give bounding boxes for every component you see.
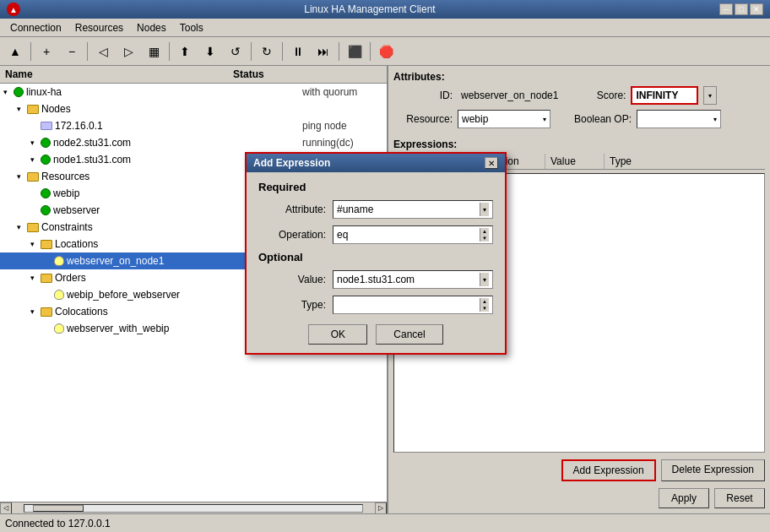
toolbar-btn-4[interactable]: ▷ <box>117 41 140 62</box>
value-label: Value: <box>258 274 326 285</box>
tree-item[interactable]: ▾ Nodes <box>0 100 387 117</box>
toolbar-btn-10[interactable]: ⏸ <box>286 41 310 62</box>
value-combo-arrow[interactable]: ▾ <box>480 273 489 286</box>
toolbar-separator-7 <box>370 42 371 61</box>
expander-icon[interactable]: ▾ <box>30 307 41 316</box>
resource-combo[interactable]: webip ▾ <box>458 110 550 128</box>
id-value: webserver_on_node1 <box>458 88 561 103</box>
tree-label: node2.stu31.com <box>53 137 302 149</box>
resource-label: Resource: <box>393 113 453 125</box>
maximize-button[interactable]: □ <box>735 3 748 15</box>
toolbar-btn-11[interactable]: ⏭ <box>312 41 335 62</box>
node-icon <box>41 240 52 249</box>
bottom-buttons: Add Expression Delete Expression <box>393 456 765 485</box>
score-dropdown-arrow[interactable]: ▾ <box>703 86 717 105</box>
toolbar-btn-7[interactable]: ⬇ <box>198 41 222 62</box>
tree-item[interactable]: ▾ node2.stu31.com running(dc) <box>0 134 387 151</box>
menu-connection[interactable]: Connection <box>3 20 68 35</box>
toolbar-btn-6[interactable]: ⬆ <box>173 41 197 62</box>
toolbar-btn-13[interactable]: 🛑 <box>374 41 398 62</box>
expander-icon[interactable]: ▾ <box>3 88 14 96</box>
circle-green-icon <box>41 188 51 198</box>
horizontal-scrollbar[interactable]: ◁ ▷ <box>0 502 387 513</box>
tree-status: running(dc) <box>302 137 387 149</box>
circle-green-icon <box>41 205 51 215</box>
node-icon <box>41 274 52 283</box>
value-value: node1.stu31.com <box>337 274 415 285</box>
expander-icon[interactable]: ▾ <box>30 138 41 147</box>
dialog-body: Required Attribute: #uname ▾ Operation: … <box>247 172 505 353</box>
expander-icon[interactable]: ▾ <box>30 155 41 164</box>
menu-tools[interactable]: Tools <box>173 20 210 35</box>
scroll-thumb[interactable] <box>33 505 84 512</box>
required-section-title: Required <box>258 181 493 193</box>
reset-button[interactable]: Reset <box>714 488 765 508</box>
value-combo[interactable]: node1.stu31.com ▾ <box>333 270 493 289</box>
resource-value: webip <box>462 113 488 125</box>
toolbar-separator-2 <box>87 42 88 61</box>
node-icon <box>41 307 52 317</box>
node-icon <box>41 122 52 130</box>
toolbar-separator-5 <box>282 42 283 61</box>
bulb-icon <box>54 290 64 300</box>
menu-resources[interactable]: Resources <box>68 20 130 35</box>
ok-button[interactable]: OK <box>308 324 367 345</box>
cancel-button[interactable]: Cancel <box>376 324 442 345</box>
scroll-track[interactable] <box>24 504 363 513</box>
add-expression-button[interactable]: Add Expression <box>561 459 656 481</box>
scroll-left-arrow[interactable]: ◁ <box>0 502 12 514</box>
tree-item[interactable]: ▾ linux-ha with quorum <box>0 84 387 100</box>
operation-label: Operation: <box>258 229 326 241</box>
toolbar-separator-1 <box>30 42 31 61</box>
add-button[interactable]: + <box>35 41 58 62</box>
folder-icon <box>41 274 52 283</box>
toolbar-btn-8[interactable]: ↺ <box>224 41 247 62</box>
menu-bar: Connection Resources Nodes Tools <box>0 19 770 37</box>
expander-icon[interactable]: ▾ <box>30 240 41 248</box>
apply-button[interactable]: Apply <box>659 488 709 508</box>
circle-green-icon <box>14 87 24 97</box>
boolean-op-combo[interactable]: ▾ <box>637 110 721 128</box>
toolbar-btn-9[interactable]: ↻ <box>255 41 279 62</box>
toolbar-btn-5[interactable]: ▦ <box>142 41 165 62</box>
type-down-arrow[interactable]: ▼ <box>480 305 489 312</box>
col-type: Type <box>605 154 655 169</box>
delete-expression-button[interactable]: Delete Expression <box>661 459 765 481</box>
operation-down-arrow[interactable]: ▼ <box>480 235 489 242</box>
toolbar-separator-6 <box>339 42 339 61</box>
toolbar-btn-3[interactable]: ◁ <box>91 41 115 62</box>
node-icon <box>41 188 51 198</box>
node-icon <box>41 138 51 148</box>
attribute-combo-arrow[interactable]: ▾ <box>480 203 489 216</box>
scroll-right-arrow[interactable]: ▷ <box>375 502 387 514</box>
tree-status: ping node <box>302 120 387 132</box>
type-spinner[interactable]: ▲ ▼ <box>333 296 493 314</box>
tree-item[interactable]: 172.16.0.1 ping node <box>0 117 387 134</box>
expressions-label: Expressions: <box>393 138 765 150</box>
operation-spinner-arrows: ▲ ▼ <box>480 228 489 242</box>
operation-spinner[interactable]: eq ▲ ▼ <box>333 225 493 244</box>
menu-nodes[interactable]: Nodes <box>130 20 173 35</box>
toolbar-separator-3 <box>169 42 170 61</box>
expander-icon[interactable]: ▾ <box>17 172 27 181</box>
dialog-close-button[interactable]: ✕ <box>485 157 498 169</box>
circle-green-icon <box>41 155 51 165</box>
type-up-arrow[interactable]: ▲ <box>480 298 489 305</box>
app-icon: ▲ <box>7 3 20 16</box>
attribute-combo[interactable]: #uname ▾ <box>333 200 493 219</box>
id-label: ID: <box>393 90 453 101</box>
folder-icon <box>27 172 39 182</box>
close-window-button[interactable]: ✕ <box>750 3 763 15</box>
toolbar-separator-4 <box>251 42 252 61</box>
folder-icon <box>27 105 39 114</box>
expander-icon[interactable]: ▾ <box>17 223 27 231</box>
expander-icon[interactable]: ▾ <box>30 274 41 282</box>
expander-icon[interactable]: ▾ <box>17 105 27 113</box>
boolean-op-combo-arrow: ▾ <box>713 116 717 123</box>
score-input[interactable]: INFINITY <box>631 86 698 105</box>
folder-icon <box>27 223 39 232</box>
operation-up-arrow[interactable]: ▲ <box>480 228 489 235</box>
toolbar-btn-12[interactable]: ⬛ <box>343 41 366 62</box>
remove-button[interactable]: − <box>60 41 84 62</box>
minimize-button[interactable]: ─ <box>719 3 733 15</box>
